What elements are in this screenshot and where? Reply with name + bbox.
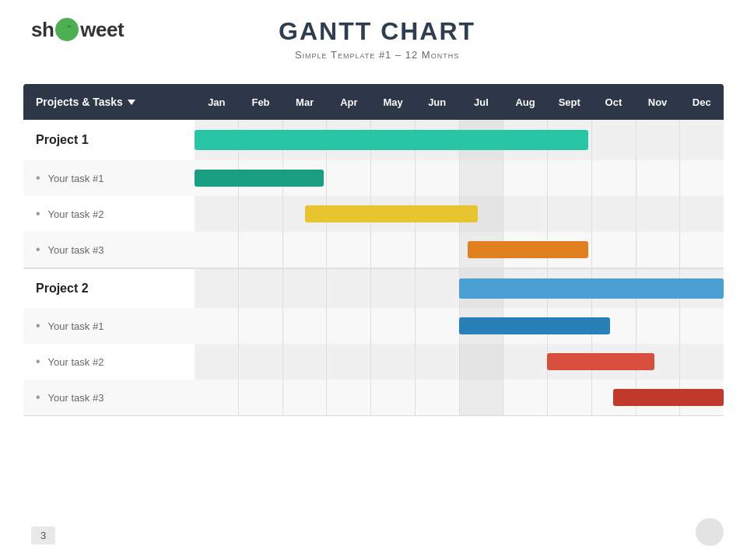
month-aug: Aug [503,96,548,108]
month-jul: Jul [459,96,503,108]
task-2-3-bar [613,389,724,406]
month-mar: Mar [282,96,327,108]
task-2-2-bars [195,344,724,380]
month-dec: Dec [679,96,724,108]
label-column-text: Projects & Tasks [36,96,123,108]
filter-arrow-icon[interactable] [128,100,135,105]
project-1-label: Project 1 [23,120,195,160]
month-columns: Jan Feb Mar Apr May Jun Jul Aug Sept Oct… [195,96,724,108]
task-1-3-label: Your task #3 [23,232,195,268]
month-jun: Jun [415,96,459,108]
column-label: Projects & Tasks [23,96,195,108]
page-header: sh weet Gantt Chart Simple Template #1 –… [0,0,747,68]
watermark [696,518,724,546]
task-2-2-label: Your task #2 [23,344,195,380]
project-2-bars [195,268,724,308]
gantt-chart: Projects & Tasks Jan Feb Mar Apr May Jun… [23,84,724,416]
main-title: Gantt Chart [279,17,475,46]
task-1-1-label: Your task #1 [23,160,195,196]
task-1-1-bar [195,170,324,187]
task-2-2-bar [547,353,654,370]
project-1-bar [195,130,588,150]
logo-text-before: sh [31,18,54,42]
month-jan: Jan [195,96,239,108]
logo-icon [54,17,79,42]
title-block: Gantt Chart Simple Template #1 – 12 Mont… [279,17,475,61]
task-1-3-bar [468,241,588,258]
task-2-1-label: Your task #1 [23,308,195,344]
row-task-1-1: Your task #1 [23,160,724,196]
task-1-2-bar [305,205,479,222]
month-nov: Nov [636,96,680,108]
logo-text-after: weet [80,18,124,42]
task-2-1-bars [195,308,724,344]
month-feb: Feb [239,96,283,108]
row-task-2-2: Your task #2 [23,344,724,380]
row-task-1-2: Your task #2 [23,196,724,232]
row-project-2: Project 2 [23,268,724,308]
gantt-body: Project 1 Your task #1 [23,120,724,416]
row-project-1: Project 1 [23,120,724,160]
project-2-bar [459,278,724,299]
row-task-1-3: Your task #3 [23,232,724,268]
task-2-1-bar [459,317,610,334]
month-sept: Sept [547,96,591,108]
task-1-2-label: Your task #2 [23,196,195,232]
task-2-3-bars [195,380,724,415]
project-2-label: Project 2 [23,268,195,308]
row-task-2-1: Your task #1 [23,308,724,344]
logo: sh weet [31,17,124,42]
row-task-2-3: Your task #3 [23,380,724,415]
task-2-3-label: Your task #3 [23,380,195,415]
sub-title: Simple Template #1 – 12 Months [279,49,475,61]
task-1-3-bars [195,232,724,268]
project-1-bars [195,120,724,160]
task-1-2-bars [195,196,724,232]
month-oct: Oct [591,96,636,108]
page-number: 3 [31,527,55,544]
month-apr: Apr [327,96,371,108]
task-1-1-bars [195,160,724,196]
month-may: May [371,96,416,108]
gantt-header: Projects & Tasks Jan Feb Mar Apr May Jun… [23,84,724,120]
